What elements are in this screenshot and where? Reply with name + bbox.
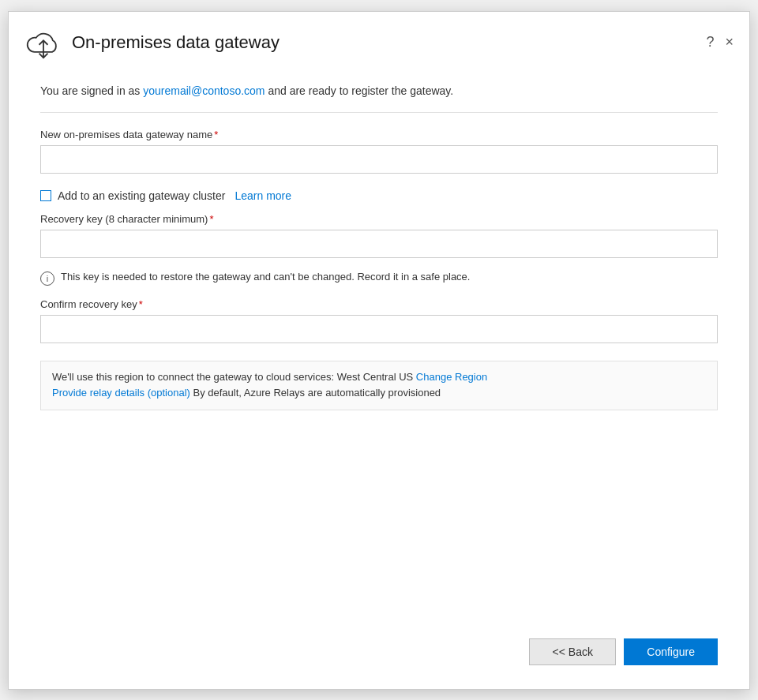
gateway-name-input[interactable] <box>40 145 718 174</box>
confirm-key-label: Confirm recovery key* <box>40 298 718 310</box>
region-text: We'll use this region to connect the gat… <box>52 371 416 383</box>
configure-button[interactable]: Configure <box>624 638 718 665</box>
checkbox-label: Add to an existing gateway cluster <box>58 189 225 202</box>
info-icon: i <box>40 271 54 286</box>
signed-in-suffix: and are ready to register the gateway. <box>265 84 454 97</box>
existing-cluster-checkbox[interactable] <box>40 190 51 201</box>
section-divider <box>40 112 718 113</box>
recovery-key-group: Recovery key (8 character minimum)* <box>40 213 718 258</box>
info-row: i This key is needed to restore the gate… <box>40 271 718 286</box>
info-text: This key is needed to restore the gatewa… <box>61 271 470 283</box>
dialog-title: On-premises data gateway <box>72 32 280 53</box>
footer: << Back Configure <box>9 623 749 689</box>
confirm-key-input[interactable] <box>40 315 718 343</box>
signed-in-email[interactable]: youremail@contoso.com <box>143 84 265 97</box>
signed-in-text: You are signed in as youremail@contoso.c… <box>40 83 718 99</box>
region-box: We'll use this region to connect the gat… <box>40 361 718 411</box>
help-button[interactable]: ? <box>706 34 714 51</box>
title-actions: ? × <box>706 34 734 51</box>
recovery-key-input[interactable] <box>40 230 718 258</box>
provide-relay-link[interactable]: Provide relay details (optional) <box>52 387 190 399</box>
recovery-key-label: Recovery key (8 character minimum)* <box>40 213 718 225</box>
close-button[interactable]: × <box>725 34 734 51</box>
checkbox-row: Add to an existing gateway cluster Learn… <box>40 189 718 202</box>
gateway-name-group: New on-premises data gateway name* <box>40 129 718 174</box>
content: You are signed in as youremail@contoso.c… <box>9 67 749 623</box>
cloud-gateway-icon <box>24 26 62 59</box>
learn-more-link[interactable]: Learn more <box>235 189 291 202</box>
back-button[interactable]: << Back <box>529 638 616 665</box>
gateway-name-label: New on-premises data gateway name* <box>40 129 718 140</box>
change-region-link[interactable]: Change Region <box>416 371 487 383</box>
title-bar: On-premises data gateway ? × <box>9 12 749 67</box>
confirm-key-group: Confirm recovery key* <box>40 298 718 343</box>
signed-in-prefix: You are signed in as <box>40 84 143 97</box>
title-left: On-premises data gateway <box>24 26 280 59</box>
relay-suffix: By default, Azure Relays are automatical… <box>190 387 441 399</box>
dialog: On-premises data gateway ? × You are sig… <box>8 11 750 690</box>
